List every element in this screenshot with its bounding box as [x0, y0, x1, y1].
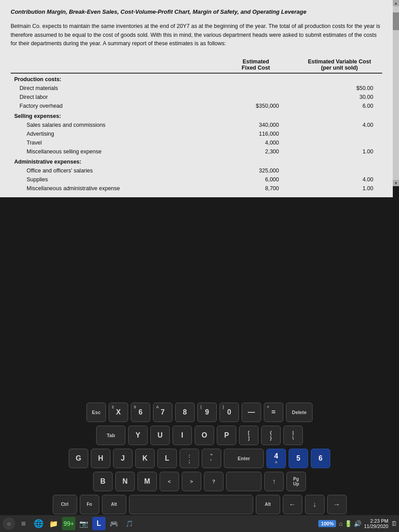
- row-variable-value: 4.00: [297, 121, 382, 129]
- key-8[interactable]: 8: [175, 403, 195, 422]
- key-4[interactable]: 4A: [266, 449, 286, 468]
- key-bracket-open[interactable]: []: [239, 426, 258, 445]
- key-p[interactable]: P: [217, 426, 236, 445]
- row-variable-value: [297, 138, 382, 147]
- taskbar-window-icon[interactable]: ⊞: [17, 517, 30, 530]
- key-question[interactable]: ?: [204, 472, 223, 491]
- key-minus[interactable]: —: [242, 403, 261, 422]
- keyboard-row-2: Tab Y U I O P [] {} |\: [96, 426, 303, 445]
- key-x[interactable]: 2X: [109, 403, 128, 422]
- key-o[interactable]: O: [195, 426, 214, 445]
- key-j[interactable]: J: [113, 449, 133, 468]
- row-label: Sales salaries and commissions: [11, 121, 215, 129]
- table-row: Direct labor30.00: [11, 93, 382, 102]
- table-row: Sales salaries and commissions340,0004.0…: [11, 121, 382, 129]
- key-6-num[interactable]: 6: [311, 449, 330, 468]
- key-g[interactable]: G: [69, 449, 88, 468]
- section-label: Administrative expenses:: [11, 156, 382, 166]
- key-ctrl-left[interactable]: Ctrl: [53, 495, 77, 514]
- taskbar-search-icon[interactable]: ○: [3, 517, 15, 530]
- key-b[interactable]: B: [93, 472, 113, 491]
- key-u[interactable]: U: [150, 426, 170, 445]
- key-pgup[interactable]: PgUp: [286, 472, 306, 491]
- row-label: Supplies: [11, 175, 215, 184]
- col-fixed-header: Estimated Fixed Cost: [215, 57, 297, 73]
- intro-text: Belmain Co. expects to maintain the same…: [11, 22, 382, 48]
- table-row: Administrative expenses:: [11, 156, 382, 166]
- key-arrow-down[interactable]: ↓: [305, 495, 325, 514]
- col-variable-header: Estimated Variable Cost (per unit sold): [297, 57, 382, 73]
- key-lt[interactable]: <: [160, 472, 179, 491]
- section-label: Production costs:: [11, 73, 382, 84]
- key-arrow-up[interactable]: ↑: [264, 472, 284, 491]
- row-label: Miscellaneous administrative expense: [11, 184, 215, 193]
- row-label: Office and officers' salaries: [11, 166, 215, 175]
- taskbar-notification-icon[interactable]: 🗓: [391, 520, 397, 527]
- taskbar-camera-icon[interactable]: 📷: [77, 517, 90, 530]
- scroll-up-arrow[interactable]: ▲: [393, 0, 399, 6]
- key-y[interactable]: Y: [128, 426, 148, 445]
- row-label: Miscellaneous selling expense: [11, 147, 215, 156]
- key-i[interactable]: I: [172, 426, 192, 445]
- taskbar-l-icon[interactable]: L: [92, 517, 106, 530]
- cost-table: Estimated Fixed Cost Estimated Variable …: [11, 57, 382, 193]
- key-backspace[interactable]: Delete: [286, 403, 313, 422]
- row-variable-value: 4.00: [297, 175, 382, 184]
- taskbar-mic-icon[interactable]: 🎵: [122, 517, 136, 530]
- key-k[interactable]: K: [135, 449, 155, 468]
- table-row: Production costs:: [11, 73, 382, 84]
- key-esc[interactable]: Esc: [86, 403, 106, 422]
- key-gt[interactable]: >: [182, 472, 201, 491]
- key-tab[interactable]: Tab: [96, 426, 125, 445]
- key-a7[interactable]: A7: [153, 403, 172, 422]
- key-arrow-right[interactable]: →: [327, 495, 347, 514]
- volume-icon: 🔊: [354, 520, 361, 527]
- scroll-thumb[interactable]: [393, 12, 399, 30]
- scroll-down-arrow[interactable]: ▼: [393, 180, 399, 186]
- row-label: Direct labor: [11, 93, 215, 102]
- row-fixed-value: 4,000: [215, 138, 297, 147]
- key-open-paren[interactable]: (9: [197, 403, 217, 422]
- key-alt-right[interactable]: Alt: [256, 495, 280, 514]
- scrollbar[interactable]: ▲ ▼: [393, 0, 399, 186]
- key-n[interactable]: N: [115, 472, 135, 491]
- key-colon[interactable]: :;: [180, 449, 199, 468]
- table-row: Factory overhead$350,0006.00: [11, 102, 382, 110]
- key-plus-equals[interactable]: +=: [264, 403, 283, 422]
- key-arrow-left[interactable]: ←: [283, 495, 302, 514]
- key-l[interactable]: L: [157, 449, 177, 468]
- table-row: Miscellaneous administrative expense8,70…: [11, 184, 382, 193]
- keyboard-row-1: Esc 2X 56 A7 8 (9 )0 — +=: [86, 403, 313, 422]
- zoom-badge[interactable]: 100%: [318, 520, 336, 527]
- taskbar: ○ ⊞ 🌐 📁 99+ 📷 L 🎮 🎵 100% ⌂ 🔋 🔊 2:23 PM 1…: [0, 515, 399, 532]
- row-fixed-value: 8,700: [215, 184, 297, 193]
- key-pipe[interactable]: |\: [283, 426, 303, 445]
- row-label: Advertising: [11, 129, 215, 138]
- key-fn[interactable]: Fn: [80, 495, 99, 514]
- table-row: Advertising116,000: [11, 129, 382, 138]
- key-enter[interactable]: Enter: [224, 449, 264, 468]
- row-label: Factory overhead: [11, 102, 215, 110]
- taskbar-timer-icon[interactable]: 99+: [62, 517, 75, 530]
- taskbar-app-icon[interactable]: 🎮: [107, 517, 121, 530]
- key-space[interactable]: [129, 495, 253, 514]
- key-56[interactable]: 56: [131, 403, 150, 422]
- row-fixed-value: [215, 84, 297, 93]
- key-close-paren[interactable]: )0: [219, 403, 239, 422]
- table-body: Production costs:Direct materials$50.00D…: [11, 73, 382, 193]
- key-alt-left[interactable]: Alt: [102, 495, 126, 514]
- key-quote[interactable]: "': [202, 449, 221, 468]
- fixed-header-line2: Fixed Cost: [219, 65, 293, 71]
- key-bracket-close[interactable]: {}: [261, 426, 281, 445]
- keyboard-visual: Esc 2X 56 A7 8 (9 )0 — +=: [0, 401, 399, 515]
- network-icon: ⌂: [339, 520, 342, 527]
- battery-icon: 🔋: [344, 520, 352, 527]
- taskbar-system-icons: ⌂ 🔋 🔊: [339, 520, 361, 527]
- taskbar-folder-icon[interactable]: 📁: [47, 517, 60, 530]
- taskbar-browser-icon[interactable]: 🌐: [32, 517, 45, 530]
- key-5-num[interactable]: 5: [289, 449, 308, 468]
- key-h[interactable]: H: [91, 449, 110, 468]
- key-m[interactable]: M: [137, 472, 157, 491]
- key-shift-right[interactable]: [226, 472, 262, 491]
- table-row: Miscellaneous selling expense2,3001.00: [11, 147, 382, 156]
